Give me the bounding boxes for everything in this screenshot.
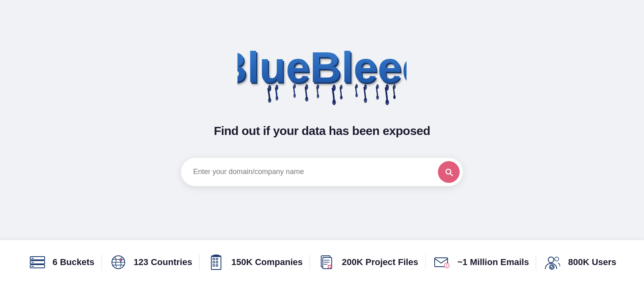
stats-bar: 6 Buckets 123 Countries [0, 240, 644, 284]
svg-text:BlueBleed: BlueBleed [237, 43, 407, 91]
stat-emails: ~1 Million Emails [432, 253, 529, 272]
svg-rect-42 [213, 265, 215, 266]
svg-point-3 [268, 98, 271, 103]
stat-countries: 123 Countries [109, 253, 192, 272]
file-icon [317, 253, 336, 272]
svg-point-23 [386, 100, 389, 105]
stat-buckets: 6 Buckets [28, 253, 95, 272]
building-icon [206, 253, 226, 272]
companies-label: 150K Companies [231, 257, 303, 267]
svg-point-9 [305, 97, 308, 102]
svg-point-13 [332, 100, 336, 105]
svg-point-25 [393, 95, 396, 99]
svg-point-5 [276, 96, 279, 100]
svg-rect-43 [216, 265, 218, 266]
svg-point-19 [364, 97, 367, 103]
logo-svg: BlueBleed BlueBleed [237, 38, 407, 106]
svg-point-60 [446, 266, 447, 267]
svg-point-17 [355, 93, 358, 97]
stat-users: 800K Users [543, 253, 616, 272]
files-label: 200K Project Files [342, 257, 418, 267]
emails-label: ~1 Million Emails [457, 257, 529, 267]
svg-rect-39 [216, 258, 218, 260]
search-button[interactable] [438, 161, 460, 183]
users-label: 800K Users [568, 257, 616, 267]
svg-point-61 [548, 257, 554, 263]
divider-2 [199, 254, 200, 270]
database-icon [28, 253, 47, 272]
logo-container: BlueBleed BlueBleed [237, 38, 407, 108]
divider-1 [101, 254, 102, 270]
svg-point-21 [376, 95, 379, 100]
divider-4 [425, 254, 425, 270]
main-area: BlueBleed BlueBleed [0, 0, 644, 240]
svg-point-15 [340, 95, 343, 100]
buckets-label: 6 Buckets [53, 257, 95, 267]
search-input[interactable] [193, 168, 438, 176]
stat-files: 200K Project Files [317, 253, 418, 272]
svg-rect-40 [213, 261, 215, 263]
subtitle: Find out if your data has been exposed [214, 124, 430, 138]
countries-label: 123 Countries [134, 257, 192, 267]
svg-point-36 [120, 259, 122, 261]
users-icon [543, 253, 562, 272]
email-icon [432, 253, 452, 272]
svg-rect-41 [216, 261, 218, 263]
svg-point-62 [555, 257, 559, 261]
svg-point-7 [293, 94, 296, 98]
divider-5 [536, 254, 536, 270]
search-icon [444, 167, 454, 177]
svg-rect-38 [213, 258, 215, 260]
stat-companies: 150K Companies [206, 253, 303, 272]
search-container [181, 158, 463, 186]
divider-3 [310, 254, 310, 270]
svg-point-11 [317, 94, 319, 98]
globe-icon [109, 253, 128, 272]
